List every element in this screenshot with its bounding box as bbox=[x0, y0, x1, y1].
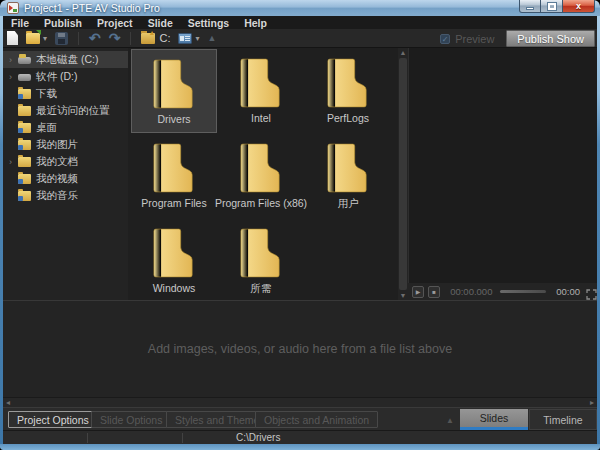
tab-slides[interactable]: Slides bbox=[460, 409, 528, 430]
up-arrow-icon: ▲ bbox=[208, 33, 217, 43]
folder-tile-program-files-x86[interactable]: Program Files (x86) bbox=[218, 134, 304, 218]
app-icon bbox=[7, 2, 19, 14]
new-document-icon bbox=[7, 31, 18, 45]
folder-icon bbox=[152, 227, 196, 279]
redo-button[interactable]: ↷ bbox=[109, 30, 121, 46]
tree-item-label: 我的视频 bbox=[36, 172, 78, 186]
menu-file[interactable]: File bbox=[11, 17, 29, 29]
view-mode-button[interactable]: ▾ bbox=[178, 30, 199, 46]
folder-tile-perflogs[interactable]: PerfLogs bbox=[305, 49, 391, 133]
file-browser: Drivers Intel PerfLogs Program Files Pro… bbox=[128, 48, 398, 300]
app-window: Project1 - PTE AV Studio Pro x File Publ… bbox=[0, 0, 600, 450]
tab-timeline[interactable]: Timeline bbox=[529, 409, 597, 430]
minimize-icon bbox=[526, 7, 534, 10]
scroll-down-icon[interactable]: ▼ bbox=[398, 292, 408, 299]
project-options-button[interactable]: Project Options bbox=[8, 411, 98, 428]
folder-tile-suoxu[interactable]: 所需 bbox=[218, 219, 304, 303]
tree-item-label: 我的文档 bbox=[36, 155, 78, 169]
publish-show-button[interactable]: Publish Show bbox=[506, 30, 595, 47]
toolbar-separator bbox=[130, 32, 131, 45]
tree-item-my-pictures[interactable]: 我的图片 bbox=[3, 136, 128, 153]
tree-item-label: 下载 bbox=[36, 87, 57, 101]
folder-icon bbox=[326, 142, 370, 194]
status-separator bbox=[87, 433, 88, 443]
folder-tile-program-files[interactable]: Program Files bbox=[131, 134, 217, 218]
open-dropdown-caret-icon[interactable]: ▾ bbox=[43, 34, 47, 43]
folder-name: Intel bbox=[251, 112, 271, 124]
tree-item-my-documents[interactable]: › 我的文档 bbox=[3, 153, 128, 170]
menu-bar: File Publish Project Slide Settings Help bbox=[3, 16, 597, 29]
play-button[interactable]: ▶ bbox=[412, 286, 424, 298]
expand-caret-icon[interactable]: › bbox=[9, 55, 18, 65]
tree-item-local-disk-c[interactable]: › 本地磁盘 (C:) bbox=[3, 51, 128, 68]
expand-caret-icon[interactable]: › bbox=[9, 72, 18, 82]
view-mode-icon bbox=[178, 33, 192, 44]
drive-icon bbox=[18, 74, 31, 81]
tree-item-drive-d[interactable]: › 软件 (D:) bbox=[3, 68, 128, 85]
vertical-scrollbar[interactable]: ▲ ▼ bbox=[398, 48, 408, 300]
tree-item-my-videos[interactable]: 我的视频 bbox=[3, 170, 128, 187]
seek-slider[interactable] bbox=[500, 290, 546, 293]
toolbar: ▾ ↶ ↷ C: ▾ ▲ ✓ Preview Publish Show bbox=[3, 29, 597, 48]
open-folder-icon bbox=[26, 33, 40, 44]
title-bar[interactable]: Project1 - PTE AV Studio Pro x bbox=[0, 0, 600, 16]
status-bar: C:\Drivers bbox=[3, 430, 597, 444]
menu-project[interactable]: Project bbox=[97, 17, 133, 29]
scrollbar-thumb[interactable] bbox=[399, 58, 407, 290]
fullscreen-icon bbox=[586, 289, 597, 300]
folder-icon bbox=[239, 57, 283, 109]
folder-icon bbox=[326, 57, 370, 109]
tree-item-desktop[interactable]: 桌面 bbox=[3, 119, 128, 136]
folder-icon bbox=[239, 227, 283, 279]
fullscreen-button[interactable] bbox=[586, 286, 597, 297]
preview-label: Preview bbox=[455, 33, 494, 45]
tree-item-label: 我的图片 bbox=[36, 138, 78, 152]
slide-list-area[interactable]: Add images, videos, or audio here from a… bbox=[3, 300, 597, 397]
preview-panel bbox=[408, 48, 597, 283]
status-separator bbox=[182, 433, 183, 443]
horizontal-scrollbar[interactable]: ◂ ▸ bbox=[3, 397, 597, 407]
scroll-up-icon[interactable]: ▲ bbox=[398, 49, 408, 56]
folder-icon bbox=[239, 142, 283, 194]
folder-up-button[interactable]: ▲ bbox=[208, 30, 217, 46]
menu-slide[interactable]: Slide bbox=[148, 17, 173, 29]
folder-tile-users[interactable]: 用户 bbox=[305, 134, 391, 218]
tree-item-downloads[interactable]: 下载 bbox=[3, 85, 128, 102]
open-project-button[interactable]: ▾ bbox=[26, 30, 47, 46]
folder-tile-drivers[interactable]: Drivers bbox=[131, 49, 217, 133]
tree-item-label: 软件 (D:) bbox=[36, 70, 77, 84]
menu-publish[interactable]: Publish bbox=[44, 17, 82, 29]
player-bar: ▶ ■ 00:00.000 00:00 bbox=[408, 283, 597, 300]
folder-tile-intel[interactable]: Intel bbox=[218, 49, 304, 133]
undo-button[interactable]: ↶ bbox=[89, 30, 101, 46]
undo-icon: ↶ bbox=[89, 32, 101, 45]
view-mode-caret-icon[interactable]: ▾ bbox=[195, 34, 199, 43]
tree-item-my-music[interactable]: 我的音乐 bbox=[3, 187, 128, 204]
folder-name: Program Files bbox=[141, 197, 206, 209]
minimize-button[interactable] bbox=[519, 0, 541, 13]
collapse-panel-icon[interactable]: ▲ bbox=[446, 416, 454, 425]
menu-settings[interactable]: Settings bbox=[188, 17, 229, 29]
redo-icon: ↷ bbox=[109, 32, 121, 45]
menu-help[interactable]: Help bbox=[244, 17, 267, 29]
preview-button[interactable]: ✓ Preview bbox=[440, 33, 494, 45]
folder-icon bbox=[18, 106, 31, 116]
bottom-toolbar: Project Options Slide Options Styles and… bbox=[3, 407, 597, 430]
maximize-icon bbox=[548, 3, 556, 10]
save-button[interactable] bbox=[55, 30, 68, 46]
folder-icon bbox=[152, 142, 196, 194]
drive-selector[interactable]: C: bbox=[141, 30, 170, 46]
folder-icon bbox=[152, 58, 196, 110]
objects-and-animation-button[interactable]: Objects and Animation bbox=[255, 411, 378, 428]
maximize-button[interactable] bbox=[541, 0, 563, 13]
close-button[interactable]: x bbox=[563, 0, 595, 13]
folder-tile-windows[interactable]: Windows bbox=[131, 219, 217, 303]
folder-name: PerfLogs bbox=[327, 112, 369, 124]
tree-item-recent-places[interactable]: 最近访问的位置 bbox=[3, 102, 128, 119]
slide-options-button[interactable]: Slide Options bbox=[91, 411, 171, 428]
folder-up-icon bbox=[141, 33, 155, 44]
tree-item-label: 本地磁盘 (C:) bbox=[36, 53, 98, 67]
new-project-button[interactable] bbox=[7, 30, 18, 46]
stop-button[interactable]: ■ bbox=[428, 286, 440, 298]
expand-caret-icon[interactable]: › bbox=[9, 157, 18, 167]
